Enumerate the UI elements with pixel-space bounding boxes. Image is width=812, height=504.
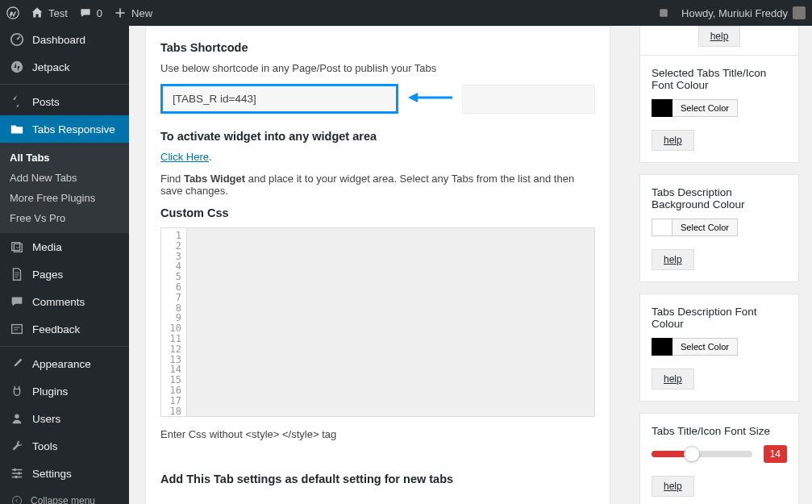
svg-point-3: [11, 61, 23, 73]
menu-feedback[interactable]: Feedback: [0, 315, 129, 343]
css-help-text: Enter Css without <style> </style> tag: [160, 428, 595, 440]
menu-tabs-responsive[interactable]: Tabs Responsive: [0, 115, 129, 143]
plug-icon: [10, 384, 24, 398]
custom-css-heading: Custom Css: [160, 206, 595, 219]
dashboard-icon: [10, 32, 24, 47]
svg-point-6: [14, 469, 17, 472]
menu-dashboard[interactable]: Dashboard: [0, 26, 129, 53]
line-numbers: 123456789101112131415161718: [161, 228, 187, 416]
page-icon: [10, 267, 24, 281]
jetpack-icon: [10, 60, 24, 74]
avatar: [793, 6, 806, 19]
shortcode-heading: Tabs Shortcode: [160, 41, 595, 54]
setting-title-font-size: Tabs Title/Icon Font Size: [652, 425, 787, 437]
menu-settings[interactable]: Settings: [0, 460, 129, 487]
settings-panel: help Selected Tabs Title/Icon Font Colou…: [627, 26, 812, 504]
media-icon: [10, 240, 24, 254]
help-button[interactable]: help: [652, 476, 694, 497]
home-icon: [31, 6, 44, 19]
shortcode-row-bg: [462, 85, 595, 114]
help-button-top[interactable]: help: [698, 26, 741, 47]
slider-thumb[interactable]: [684, 446, 700, 462]
content-column: Tabs Shortcode Use below shortcode in an…: [129, 26, 627, 504]
svg-rect-1: [660, 9, 668, 17]
widget-description: Find Tabs Widget and place it to your wi…: [160, 173, 595, 197]
color-swatch-black: [652, 338, 673, 356]
svg-marker-11: [408, 93, 418, 102]
account-link[interactable]: Howdy, Muriuki Freddy: [681, 6, 806, 19]
svg-point-0: [7, 7, 19, 19]
svg-point-5: [15, 414, 19, 419]
wp-logo[interactable]: [6, 6, 19, 19]
feedback-icon: [10, 322, 24, 336]
svg-rect-4: [12, 325, 23, 334]
font-size-value: 14: [764, 445, 787, 463]
menu-comments[interactable]: Comments: [0, 288, 129, 315]
svg-point-9: [12, 496, 21, 504]
comments-icon: [10, 294, 24, 309]
setting-selected-title-color: Selected Tabs Title/Icon Font Colour: [652, 67, 787, 91]
howdy-text: Howdy, Muriuki Freddy: [681, 7, 788, 19]
setting-desc-bg-color: Tabs Description Background Colour: [652, 186, 787, 210]
menu-posts[interactable]: Posts: [0, 88, 129, 115]
select-color-button[interactable]: Select Color: [673, 219, 738, 236]
menu-media[interactable]: Media: [0, 233, 129, 260]
sliders-icon: [10, 466, 24, 481]
wordpress-icon: [6, 6, 19, 19]
click-here-link[interactable]: Click Here: [160, 151, 209, 163]
shortcode-input[interactable]: [TABS_R id=443]: [160, 84, 398, 114]
select-color-button[interactable]: Select Color: [673, 338, 738, 356]
submenu-all-tabs[interactable]: All Tabs: [0, 148, 129, 168]
collapse-menu[interactable]: Collapse menu: [0, 487, 129, 504]
submenu-free-vs-pro[interactable]: Free Vs Pro: [0, 208, 129, 228]
folder-icon: [10, 122, 24, 136]
help-button[interactable]: help: [652, 369, 694, 389]
brush-icon: [10, 356, 24, 371]
comment-icon: [79, 6, 92, 19]
menu-users[interactable]: Users: [0, 405, 129, 432]
new-label: New: [131, 7, 152, 19]
submenu-add-new[interactable]: Add New Tabs: [0, 168, 129, 188]
menu-jetpack[interactable]: Jetpack: [0, 53, 129, 81]
css-textarea[interactable]: [187, 228, 594, 416]
select-color-button[interactable]: Select Color: [673, 99, 738, 117]
comments-count: 0: [97, 7, 102, 19]
comments-link[interactable]: 0: [79, 6, 102, 19]
color-swatch-white: [652, 219, 673, 236]
svg-point-8: [15, 476, 18, 479]
help-button[interactable]: help: [652, 130, 694, 151]
css-editor[interactable]: 123456789101112131415161718: [160, 227, 595, 417]
submenu-tabs: All Tabs Add New Tabs More Free Plugins …: [0, 143, 129, 233]
site-name: Test: [48, 7, 68, 19]
menu-plugins[interactable]: Plugins: [0, 377, 129, 405]
menu-pages[interactable]: Pages: [0, 260, 129, 288]
wrench-icon: [10, 439, 24, 453]
plus-icon: [114, 6, 127, 19]
main-area: Tabs Shortcode Use below shortcode in an…: [129, 26, 812, 504]
site-link[interactable]: Test: [31, 6, 68, 19]
pin-icon: [10, 94, 24, 109]
help-button[interactable]: help: [652, 249, 694, 270]
menu-appearance[interactable]: Appearance: [0, 350, 129, 377]
arrow-icon: [408, 90, 452, 107]
collapse-icon: [10, 494, 24, 504]
setting-desc-font-color: Tabs Description Font Colour: [652, 306, 787, 330]
widget-heading: To activate widget into any widget area: [160, 130, 595, 143]
new-link[interactable]: New: [114, 6, 152, 19]
notifications[interactable]: [657, 6, 670, 19]
shortcode-description: Use below shortcode in any Page/Post to …: [160, 62, 595, 74]
color-swatch-black: [652, 99, 673, 117]
default-settings-heading: Add This Tab settings as default setting…: [160, 473, 595, 485]
admin-sidebar: Dashboard Jetpack Posts Tabs Responsive …: [0, 26, 129, 504]
submenu-more-free[interactable]: More Free Plugins: [0, 188, 129, 208]
menu-tools[interactable]: Tools: [0, 432, 129, 460]
shortcode-card: Tabs Shortcode Use below shortcode in an…: [145, 26, 610, 504]
notification-icon: [657, 6, 670, 19]
admin-bar: Test 0 New Howdy, Muriuki Freddy: [0, 0, 812, 26]
font-size-slider[interactable]: [652, 451, 752, 457]
svg-point-7: [18, 472, 21, 475]
user-icon: [10, 411, 24, 426]
